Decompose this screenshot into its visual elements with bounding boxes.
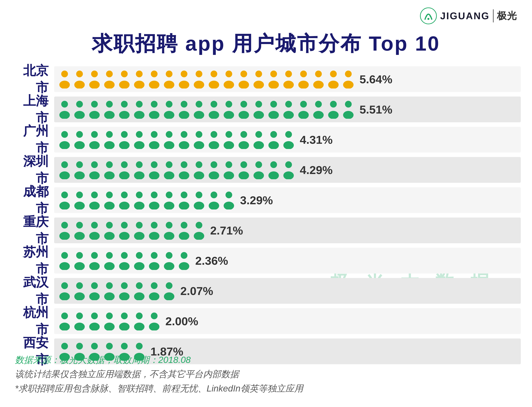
bar-background: 5.51% [54, 96, 521, 122]
bar-background: 5.64% [54, 66, 521, 92]
person-icon [58, 130, 71, 149]
svg-point-89 [104, 141, 115, 149]
person-icon [103, 100, 116, 119]
person-icon [73, 130, 86, 149]
footer-notes: 数据来源：极光大数据，取数周期：2018.08 该统计结果仅含独立应用端数据，不… [15, 353, 517, 396]
percentage-label: 2.36% [195, 254, 228, 267]
svg-point-114 [61, 161, 68, 168]
person-icon [162, 100, 176, 119]
svg-point-242 [91, 343, 98, 350]
svg-point-174 [91, 222, 98, 228]
svg-point-15 [149, 81, 159, 88]
svg-point-95 [149, 141, 159, 149]
city-label: 广州市 [11, 123, 54, 157]
icons-row [58, 282, 176, 300]
svg-point-165 [194, 202, 204, 210]
svg-point-214 [106, 282, 113, 289]
svg-point-226 [76, 313, 83, 319]
svg-point-195 [89, 262, 100, 270]
person-icon [162, 251, 176, 270]
svg-point-170 [61, 222, 68, 228]
svg-point-25 [224, 81, 234, 88]
svg-point-157 [134, 202, 144, 210]
person-icon [117, 191, 131, 210]
svg-point-207 [179, 262, 189, 270]
svg-point-143 [268, 171, 279, 179]
svg-point-91 [119, 141, 130, 149]
svg-point-46 [91, 101, 98, 108]
percentage-label: 4.29% [300, 163, 333, 177]
svg-point-158 [151, 192, 157, 198]
svg-point-125 [134, 171, 144, 179]
svg-point-26 [240, 70, 247, 77]
svg-point-35 [298, 81, 309, 88]
svg-point-154 [121, 192, 128, 198]
svg-point-24 [226, 70, 232, 77]
svg-point-69 [253, 111, 264, 119]
chart-title: 求职招聘 app 用户城市分布 Top 10 [0, 30, 532, 58]
svg-point-178 [121, 222, 128, 228]
svg-point-172 [76, 222, 83, 228]
svg-point-94 [151, 131, 157, 138]
person-icon [207, 70, 221, 88]
svg-point-124 [136, 161, 143, 168]
svg-point-50 [121, 101, 128, 108]
person-icon [73, 221, 86, 240]
svg-point-53 [134, 111, 144, 119]
person-icon [207, 130, 221, 149]
svg-point-162 [181, 192, 188, 198]
person-icon [73, 191, 86, 210]
person-icon [103, 161, 116, 179]
svg-point-90 [121, 131, 128, 138]
person-icon [88, 100, 101, 119]
svg-point-128 [166, 161, 172, 168]
person-icon [103, 130, 116, 149]
svg-point-21 [194, 81, 204, 88]
svg-point-237 [149, 323, 159, 330]
person-icon [192, 161, 206, 179]
svg-point-118 [91, 161, 98, 168]
svg-point-135 [209, 171, 219, 179]
svg-point-192 [76, 252, 83, 259]
svg-point-209 [59, 292, 70, 300]
person-icon [252, 70, 266, 88]
svg-point-248 [136, 343, 143, 350]
svg-point-205 [164, 262, 174, 270]
person-icon [117, 282, 131, 300]
bar-row: 上海市 [11, 96, 521, 123]
svg-point-155 [119, 202, 130, 210]
person-icon [148, 251, 161, 270]
person-icon [162, 70, 176, 88]
city-label: 上海市 [11, 92, 54, 126]
svg-point-74 [300, 101, 307, 108]
bar-background: 2.07% [54, 278, 521, 304]
person-icon [312, 100, 325, 119]
svg-point-81 [343, 111, 353, 119]
svg-point-235 [134, 323, 144, 330]
svg-point-13 [134, 81, 144, 88]
svg-point-98 [181, 131, 188, 138]
person-icon [177, 221, 191, 240]
svg-point-82 [61, 131, 68, 138]
svg-point-93 [134, 141, 144, 149]
svg-point-166 [211, 192, 217, 198]
bar-background: 2.71% [54, 218, 521, 243]
svg-point-177 [104, 232, 115, 240]
svg-point-5 [74, 81, 85, 88]
svg-point-185 [164, 232, 174, 240]
svg-point-77 [313, 111, 324, 119]
svg-point-148 [76, 192, 83, 198]
person-icon [148, 130, 161, 149]
svg-point-182 [151, 222, 157, 228]
svg-point-176 [106, 222, 113, 228]
svg-point-225 [59, 323, 70, 330]
person-icon [58, 191, 71, 210]
svg-point-152 [106, 192, 113, 198]
person-icon [88, 191, 101, 210]
bar-background: 4.31% [54, 127, 521, 153]
person-icon [327, 70, 340, 88]
svg-point-36 [315, 70, 322, 77]
svg-point-1 [428, 18, 430, 20]
svg-point-153 [104, 202, 115, 210]
svg-point-14 [151, 70, 157, 77]
